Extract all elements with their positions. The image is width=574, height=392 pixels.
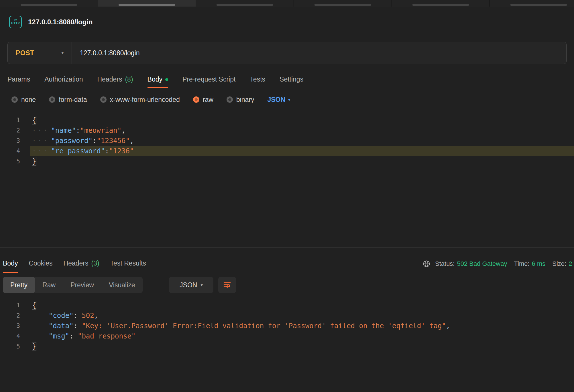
line-number: 1 xyxy=(0,115,20,125)
code-token: "meowrian" xyxy=(80,126,122,134)
request-tab-params[interactable]: Params xyxy=(7,72,30,88)
code-content: } xyxy=(20,341,36,352)
code-line: 5} xyxy=(0,341,574,352)
radio-icon xyxy=(227,96,233,103)
workspace-tab[interactable] xyxy=(98,0,196,7)
workspace-tab-strip xyxy=(0,0,574,7)
view-raw[interactable]: Raw xyxy=(35,277,63,293)
url-input[interactable]: 127.0.0.1:8080/login xyxy=(80,49,139,57)
request-url-bar: POST ▾ 127.0.0.1:8080/login xyxy=(7,42,567,64)
pane-divider[interactable] xyxy=(0,248,574,248)
code-token: "Key: 'User.Password' Error:Field valida… xyxy=(82,322,446,330)
workspace-tab[interactable] xyxy=(0,0,98,7)
radio-icon xyxy=(100,96,107,103)
response-tab-test-results[interactable]: Test Results xyxy=(110,255,146,273)
response-language-dropdown[interactable]: JSON ▾ xyxy=(169,277,213,293)
request-tab-pre-request-script[interactable]: Pre-request Script xyxy=(182,72,235,88)
workspace-tab-ghost-text xyxy=(217,4,273,6)
code-token: ··· xyxy=(32,147,49,155)
chevron-down-icon: ▾ xyxy=(61,50,64,56)
time-value: 6 ms xyxy=(532,260,546,268)
code-content: { xyxy=(20,115,36,125)
response-tab-label: Cookies xyxy=(29,260,52,267)
code-line: 1{ xyxy=(0,300,574,310)
code-content: "data": "Key: 'User.Password' Error:Fiel… xyxy=(20,321,450,331)
http-request-icon: ⇄ HTTP xyxy=(9,16,22,28)
code-content: ···"password":"123456", xyxy=(20,136,134,146)
view-pretty[interactable]: Pretty xyxy=(3,277,35,293)
http-arrows-icon: ⇄ xyxy=(14,19,17,21)
time-label: Time: xyxy=(514,260,529,268)
response-tab-bar: BodyCookiesHeaders(3)Test Results xyxy=(3,255,146,273)
wrap-lines-icon xyxy=(223,282,231,288)
line-number: 2 xyxy=(0,125,20,136)
view-label: Visualize xyxy=(109,281,135,289)
code-token: 502 xyxy=(82,312,94,320)
request-language-label: JSON xyxy=(267,96,285,104)
response-body-editor[interactable]: 1{2 "code": 502,3 "data": "Key: 'User.Pa… xyxy=(0,300,574,352)
request-tab-tests[interactable]: Tests xyxy=(250,72,265,88)
request-tab-label: Pre-request Script xyxy=(182,76,235,83)
workspace-tab[interactable] xyxy=(490,0,574,7)
request-title-row: ⇄ HTTP 127.0.0.1:8080/login xyxy=(9,16,93,28)
code-token: : xyxy=(76,126,80,134)
workspace-tab-ghost-text xyxy=(21,4,77,6)
workspace-tab[interactable] xyxy=(392,0,490,7)
workspace-tab[interactable] xyxy=(196,0,294,7)
response-tab-cookies[interactable]: Cookies xyxy=(29,255,52,273)
code-token: { xyxy=(32,116,36,124)
body-mode-form-data[interactable]: form-data xyxy=(49,96,87,104)
code-line: 3···"password":"123456", xyxy=(0,136,574,146)
code-content: } xyxy=(20,156,36,167)
response-tab-label: Body xyxy=(3,260,18,267)
code-token: "data" xyxy=(49,322,74,330)
radio-icon xyxy=(11,96,18,103)
request-tab-settings[interactable]: Settings xyxy=(280,72,303,88)
response-tab-headers[interactable]: Headers(3) xyxy=(64,255,99,273)
body-mode-raw[interactable]: raw xyxy=(193,96,213,104)
request-tab-label: Tests xyxy=(250,76,265,83)
request-language-dropdown[interactable]: JSON ▾ xyxy=(267,96,290,104)
code-line: 3 "data": "Key: 'User.Password' Error:Fi… xyxy=(0,321,574,331)
body-mode-x-www-form-urlencoded[interactable]: x-www-form-urlencoded xyxy=(100,96,180,104)
code-token xyxy=(32,332,49,340)
body-mode-label: binary xyxy=(236,96,254,104)
body-mode-none[interactable]: none xyxy=(11,96,36,104)
request-tab-authorization[interactable]: Authorization xyxy=(44,72,83,88)
request-tab-label: Body xyxy=(148,76,162,83)
wrap-lines-button[interactable] xyxy=(218,277,236,293)
code-token: "password" xyxy=(51,137,93,145)
method-dropdown[interactable]: POST ▾ xyxy=(8,42,72,64)
request-tab-headers[interactable]: Headers(8) xyxy=(97,72,133,88)
code-token: : xyxy=(74,312,82,320)
http-icon-label: HTTP xyxy=(11,21,20,25)
view-preview[interactable]: Preview xyxy=(63,277,101,293)
response-tab-count: (3) xyxy=(91,260,99,267)
code-token: "code" xyxy=(49,312,74,320)
radio-icon xyxy=(49,96,55,103)
code-line: 2···"name":"meowrian", xyxy=(0,125,574,136)
body-mode-binary[interactable]: binary xyxy=(227,96,254,104)
code-line: 4 "msg": "bad response" xyxy=(0,331,574,341)
code-line: 2 "code": 502, xyxy=(0,310,574,321)
status-value: 502 Bad Gateway xyxy=(457,260,507,268)
code-token: "re_password" xyxy=(51,147,105,155)
code-content: ···"re_password":"1236" xyxy=(20,146,134,156)
method-label: POST xyxy=(16,49,34,57)
app-root: { "workspace_tabs": { "tabs": ["", "", "… xyxy=(0,0,574,392)
code-token: "name" xyxy=(51,126,76,134)
request-body-editor[interactable]: 1{2···"name":"meowrian",3···"password":"… xyxy=(0,115,574,167)
workspace-tab[interactable] xyxy=(294,0,392,7)
network-globe-icon[interactable] xyxy=(422,260,430,268)
request-tab-label: Params xyxy=(7,76,30,83)
response-tab-body[interactable]: Body xyxy=(3,255,18,273)
code-token: { xyxy=(32,301,36,309)
request-tab-body[interactable]: Body xyxy=(148,72,168,88)
line-number: 5 xyxy=(0,341,20,352)
unsaved-changes-dot-icon xyxy=(165,78,168,81)
code-token: "1236" xyxy=(109,147,134,155)
response-tab-label: Headers xyxy=(64,260,89,267)
line-number: 3 xyxy=(0,321,20,331)
body-mode-label: form-data xyxy=(59,96,87,104)
view-visualize[interactable]: Visualize xyxy=(101,277,143,293)
